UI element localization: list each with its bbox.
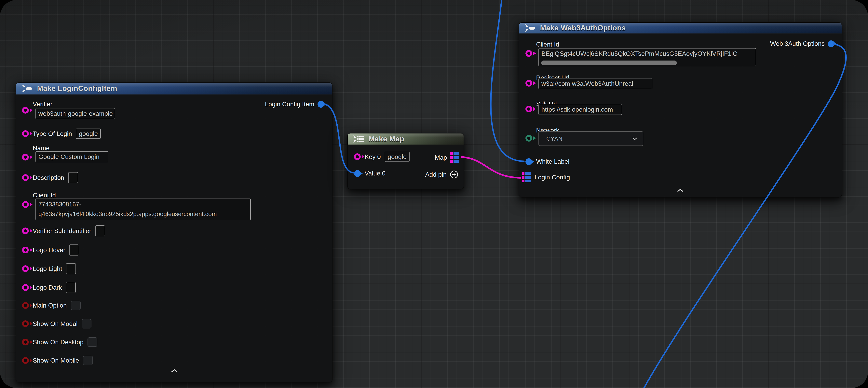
pin-label-logo-light: Logo Light xyxy=(33,265,62,272)
name-value-field[interactable]: Google Custom Login xyxy=(35,151,108,162)
pin-label-client-id: Client Id xyxy=(33,191,56,199)
pin-row-type-of-login: Type Of Login google xyxy=(22,128,101,139)
input-pin-client-id[interactable] xyxy=(22,201,29,208)
node-header[interactable]: Make LoginConfigItem xyxy=(16,83,332,95)
pin-label-name: Name xyxy=(33,145,50,152)
input-pin-show-on-mobile[interactable] xyxy=(22,357,29,364)
pin-label-show-on-desktop: Show On Desktop xyxy=(33,338,84,346)
pin-label-login-config: Login Config xyxy=(534,174,570,181)
input-pin-network[interactable] xyxy=(525,135,532,142)
output-pin-label: Login Config Item xyxy=(265,100,314,108)
input-pin-logo-dark[interactable] xyxy=(22,284,29,291)
pin-row-value-0: Value 0 xyxy=(354,170,385,177)
plus-circle-icon xyxy=(450,170,459,179)
input-pin-name[interactable] xyxy=(22,154,29,160)
pin-label-client-id: Client Id xyxy=(536,41,559,48)
input-pin-value-0[interactable] xyxy=(354,170,361,177)
verifier-sub-identifier-value-box[interactable] xyxy=(95,225,105,236)
client-id-value-field[interactable]: 774338308167-q463s7kpvja16l4l0kko3nb925i… xyxy=(35,199,251,220)
map-output-grid-pin[interactable] xyxy=(450,152,459,163)
pin-row-logo-dark: Logo Dark xyxy=(22,282,76,293)
redirect-url-value-field[interactable]: w3a://com.w3a.Web3AuthUnreal xyxy=(538,78,652,89)
blueprint-graph-canvas[interactable]: Make LoginConfigItem Login Config Item V… xyxy=(0,0,868,388)
pin-row-key-0: Key 0 google xyxy=(354,152,409,162)
node-make-web3auth-options[interactable]: Make Web3AuthOptions Web 3Auth Options C… xyxy=(519,22,842,198)
show-on-desktop-checkbox[interactable] xyxy=(88,337,97,347)
pin-row-show-on-modal: Show On Modal xyxy=(22,319,91,328)
pin-label-verifier: Verifier xyxy=(33,100,53,108)
input-pin-type-of-login[interactable] xyxy=(22,130,29,137)
pin-label-show-on-modal: Show On Modal xyxy=(33,320,78,327)
main-option-checkbox[interactable] xyxy=(71,301,81,310)
pin-row-login-config: Login Config xyxy=(522,172,570,182)
client-id-field-scrollbar[interactable] xyxy=(541,61,677,65)
output-pin-label-map: Map xyxy=(435,154,447,161)
output-row-map: Map xyxy=(435,152,459,163)
pin-row-logo-hover: Logo Hover xyxy=(22,244,79,256)
show-on-modal-checkbox[interactable] xyxy=(82,319,91,328)
pin-row-show-on-mobile: Show On Mobile xyxy=(22,356,93,365)
pin-label-key-0: Key 0 xyxy=(365,153,381,160)
pin-label-verifier-sub-identifier: Verifier Sub Identifier xyxy=(33,227,91,235)
output-row-login-config-item: Login Config Item xyxy=(265,100,324,108)
pin-row-description: Description xyxy=(22,172,78,183)
make-struct-icon xyxy=(21,84,33,93)
login-config-grid-pin[interactable] xyxy=(522,172,531,182)
node-title: Make Web3AuthOptions xyxy=(540,24,626,32)
pin-label-description: Description xyxy=(33,174,64,181)
node-title: Make Map xyxy=(369,135,404,143)
pin-label-show-on-mobile: Show On Mobile xyxy=(33,357,79,364)
input-pin-sdk-url[interactable] xyxy=(525,106,532,112)
input-pin-show-on-desktop[interactable] xyxy=(22,339,29,346)
pin-label-value-0: Value 0 xyxy=(365,170,385,177)
logo-dark-value-box[interactable] xyxy=(66,282,76,293)
input-pin-verifier[interactable] xyxy=(22,107,29,114)
add-pin-button[interactable]: Add pin xyxy=(425,170,459,179)
make-struct-icon xyxy=(524,24,536,33)
pin-label-white-label: White Label xyxy=(536,158,569,165)
output-pin-web3auth-options[interactable] xyxy=(828,40,835,47)
verifier-value-field[interactable]: web3auth-google-example xyxy=(35,108,115,119)
wire-map-to-login-config[interactable] xyxy=(462,157,520,178)
pin-label-main-option: Main Option xyxy=(33,302,67,309)
input-pin-show-on-modal[interactable] xyxy=(22,320,29,327)
pin-label-logo-dark: Logo Dark xyxy=(33,284,62,291)
pin-row-white-label: White Label xyxy=(525,158,569,165)
pin-row-main-option: Main Option xyxy=(22,301,81,310)
input-pin-logo-hover[interactable] xyxy=(22,247,29,253)
input-pin-white-label[interactable] xyxy=(525,158,532,165)
chevron-down-icon xyxy=(632,137,638,140)
output-row-web3auth-options: Web 3Auth Options xyxy=(770,40,835,47)
collapse-node-chevron-up-icon[interactable] xyxy=(171,369,178,372)
input-pin-key-0[interactable] xyxy=(354,153,361,160)
add-pin-label: Add pin xyxy=(425,171,446,178)
node-make-map[interactable]: Make Map Key 0 google Map Value 0 Add pi… xyxy=(347,133,464,189)
input-pin-main-option[interactable] xyxy=(22,302,29,309)
input-pin-redirect-url[interactable] xyxy=(525,80,532,87)
node-title: Make LoginConfigItem xyxy=(37,84,117,93)
pin-label-type-of-login: Type Of Login xyxy=(33,130,72,138)
logo-hover-value-box[interactable] xyxy=(69,244,79,256)
input-pin-client-id[interactable] xyxy=(525,50,532,57)
network-dropdown[interactable]: CYAN xyxy=(538,131,643,146)
input-pin-verifier-sub-identifier[interactable] xyxy=(22,228,29,234)
pin-row-verifier-sub-identifier: Verifier Sub Identifier xyxy=(22,225,105,236)
input-pin-logo-light[interactable] xyxy=(22,265,29,272)
description-value-box[interactable] xyxy=(68,172,78,183)
node-make-login-config-item[interactable]: Make LoginConfigItem Login Config Item V… xyxy=(16,82,333,383)
sdk-url-value-field[interactable]: https://sdk.openlogin.com xyxy=(538,104,622,115)
node-header[interactable]: Make Map xyxy=(348,133,464,145)
network-dropdown-value: CYAN xyxy=(546,136,562,142)
output-pin-label: Web 3Auth Options xyxy=(770,40,825,47)
input-pin-description[interactable] xyxy=(22,174,29,181)
collapse-node-chevron-up-icon[interactable] xyxy=(677,189,684,192)
pin-row-logo-light: Logo Light xyxy=(22,263,76,274)
key-0-value-field[interactable]: google xyxy=(385,152,409,162)
logo-light-value-box[interactable] xyxy=(66,263,76,274)
make-container-icon xyxy=(353,135,365,144)
pin-label-logo-hover: Logo Hover xyxy=(33,246,65,254)
show-on-mobile-checkbox[interactable] xyxy=(83,356,93,365)
output-pin-login-config-item[interactable] xyxy=(317,101,324,108)
node-header[interactable]: Make Web3AuthOptions xyxy=(519,23,842,34)
type-of-login-value-field[interactable]: google xyxy=(76,128,101,139)
